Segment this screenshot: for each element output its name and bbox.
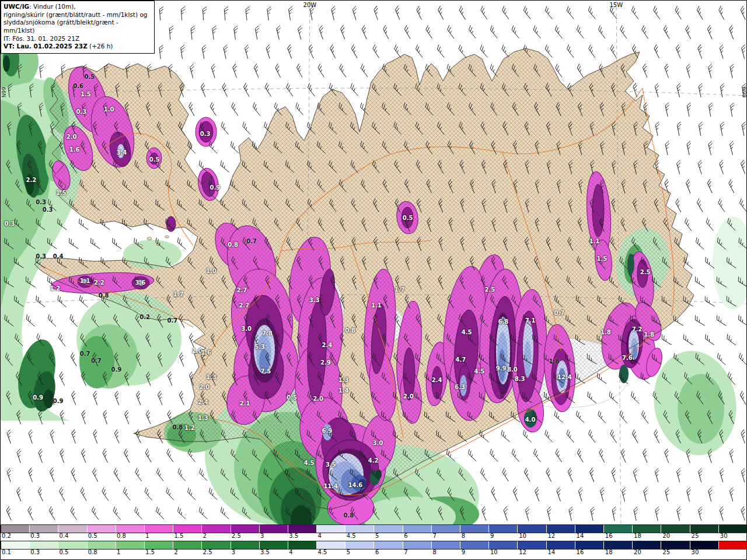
colorbar-segment [202, 525, 231, 533]
colorbar-segment [374, 525, 403, 533]
colorbar-segment [690, 541, 719, 549]
valid-time: VT: Lau. 01.02.2025 23Z (+26 h) [4, 43, 151, 51]
freezing-hatch-layer [34, 48, 694, 509]
colorbar-segment [116, 525, 145, 533]
colorbar-segment [58, 525, 87, 533]
colorbar-rain: 0.10.30.50.811.522.533.544.5567891012141… [1, 541, 747, 557]
colorbar-segment [432, 541, 460, 549]
colorbar-segment [403, 541, 432, 549]
colorbar-segment [260, 541, 288, 549]
colorbar-segment [30, 541, 58, 549]
legend-colorbars: 0.20.30.40.50.811.522.533.544.5567891012… [1, 524, 747, 559]
colorbar-tick-label: 10 [489, 549, 498, 555]
colorbar-segment [374, 541, 403, 549]
colorbar-segment [547, 525, 575, 533]
colorbar-tick-label: 3.5 [259, 549, 270, 555]
colorbar-segment [547, 541, 575, 549]
colorbar-tick-label: 1 [144, 533, 149, 539]
colorbar-segment [719, 525, 747, 533]
colorbar-segment [575, 541, 604, 549]
colorbar-segment [202, 541, 231, 549]
colorbar-tick-label: 0.8 [116, 533, 126, 539]
colorbar-segment [231, 541, 260, 549]
colorbar-tick-label: 3.5 [288, 533, 298, 539]
edge-label-left: N99 [1, 87, 7, 97]
longitude-label: 20W [303, 2, 317, 8]
colorbar-tick-label: 9 [489, 533, 494, 539]
weather-forecast-map: 0.50.61.50.31.02.01.63.40.30.52.21.50.30… [0, 0, 747, 560]
colorbar-segment [116, 541, 145, 549]
title-line-1: UWC/IG: Vindur (10m), [4, 3, 151, 11]
colorbar-segment [1, 525, 30, 533]
colorbar-segment [145, 541, 173, 549]
colorbar-segment [604, 541, 633, 549]
colorbar-segment [633, 525, 661, 533]
colorbar-tick-label: 3 [231, 549, 235, 555]
longitude-label: 15W [609, 2, 623, 8]
title-line-2: rigning/skúrir (grænt/blátt/rautt - mm/1… [4, 11, 151, 19]
colorbar-tick-label: 2 [173, 549, 177, 555]
colorbar-tick-label: 30 [719, 533, 728, 539]
colorbar-segment [719, 541, 747, 549]
colorbar-segment [518, 541, 546, 549]
colorbar-segment [260, 525, 288, 533]
colorbar-tick-label: 20 [661, 533, 670, 539]
init-time: IT: Fös. 31. 01. 2025 21Z [4, 35, 151, 43]
colorbar-tick-label: 4 [288, 549, 292, 555]
colorbar-tick-label: 4 [317, 533, 322, 539]
colorbar-tick-label: 0.1 [1, 549, 11, 555]
colorbar-segment [145, 525, 173, 533]
colorbar-segment [231, 525, 260, 533]
map-canvas: 0.50.61.50.31.02.01.63.40.30.52.21.50.30… [1, 1, 747, 526]
colorbar-tick-label: 16 [604, 533, 613, 539]
colorbar-segment [88, 541, 116, 549]
colorbar-rain-strip [1, 541, 747, 550]
colorbar-tick-label: 7 [431, 533, 436, 539]
colorbar-tick-label: 5 [345, 549, 350, 555]
colorbar-segment [518, 525, 546, 533]
colorbar-segment [288, 525, 317, 533]
colorbar-tick-label: 8 [460, 533, 465, 539]
colorbar-segment [173, 541, 202, 549]
colorbar-segment [30, 525, 58, 533]
edge-label-right: N99 [741, 87, 747, 97]
colorbar-tick-label: 12 [546, 533, 555, 539]
colorbar-segment [317, 541, 345, 549]
colorbar-segment [460, 525, 489, 533]
colorbar-segment [575, 525, 604, 533]
colorbar-tick-label: 0.5 [58, 549, 68, 555]
colorbar-segment [58, 541, 87, 549]
colorbar-segment [432, 525, 460, 533]
colorbar-tick-label: 1 [116, 549, 120, 555]
colorbar-tick-label: 0.8 [87, 549, 97, 555]
colorbar-tick-label: 4.5 [317, 549, 327, 555]
colorbar-tick-label: 20 [633, 549, 641, 555]
colorbar-tick-label: 6 [374, 549, 379, 555]
colorbar-tick-label: 4.5 [345, 533, 356, 539]
colorbar-tick-label: 0.2 [1, 533, 11, 539]
colorbar-segment [661, 525, 690, 533]
colorbar-tick-label: 0.5 [87, 533, 97, 539]
colorbar-tick-label: 6 [403, 533, 407, 539]
map-svg [1, 1, 747, 526]
colorbar-tick-label: 1.5 [144, 549, 155, 555]
colorbar-segment [633, 541, 661, 549]
colorbar-tick-label: 2 [202, 533, 207, 539]
colorbar-segment [604, 525, 633, 533]
colorbar-tick-label: 0.3 [29, 533, 40, 539]
colorbar-tick-label: 10 [518, 533, 526, 539]
colorbar-tick-label: 14 [546, 549, 555, 555]
colorbar-rain-labels: 0.10.30.50.811.522.533.544.5567891012141… [1, 550, 747, 557]
colorbar-segment [489, 541, 518, 549]
colorbar-tick-label: 7 [403, 549, 407, 555]
colorbar-tick-label: 18 [604, 549, 613, 555]
colorbar-tick-label: 25 [661, 549, 670, 555]
colorbar-tick-label: 0.3 [29, 549, 40, 555]
colorbar-tick-label: 5 [374, 533, 379, 539]
colorbar-segment [88, 525, 116, 533]
colorbar-tick-label: 9 [460, 549, 465, 555]
colorbar-snow: 0.20.30.40.50.811.522.533.544.5567891012… [1, 524, 747, 541]
colorbar-tick-label: 18 [633, 533, 641, 539]
colorbar-tick-label: 16 [575, 549, 584, 555]
colorbar-tick-label: 14 [575, 533, 584, 539]
